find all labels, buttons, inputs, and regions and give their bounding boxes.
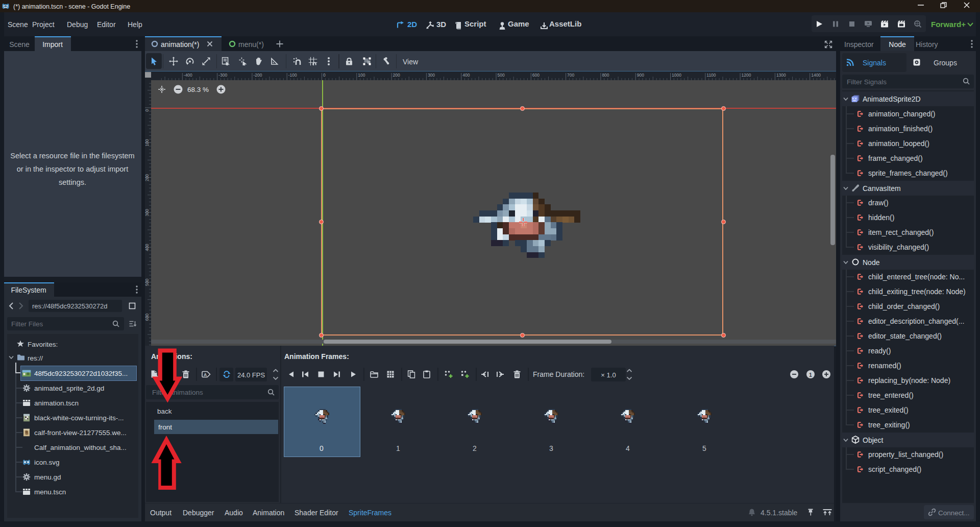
svg-text:400: 400 — [145, 244, 150, 251]
svg-text:300: 300 — [145, 209, 150, 216]
svg-text:A: A — [204, 372, 207, 377]
svg-text:1000: 1000 — [672, 73, 681, 78]
svg-text:500: 500 — [498, 73, 505, 78]
svg-text:200: 200 — [145, 174, 150, 181]
svg-text:1100: 1100 — [706, 73, 716, 78]
svg-text:0: 0 — [145, 109, 150, 112]
svg-text:400: 400 — [462, 73, 470, 78]
svg-text:300: 300 — [428, 73, 435, 78]
svg-text:100: 100 — [358, 73, 365, 78]
svg-text:900: 900 — [637, 73, 644, 78]
svg-text:-300: -300 — [218, 73, 227, 78]
svg-text:1200: 1200 — [742, 73, 751, 78]
svg-text:600: 600 — [532, 73, 540, 78]
svg-text:-200: -200 — [253, 73, 262, 78]
svg-text:600: 600 — [145, 314, 150, 321]
svg-text:1300: 1300 — [776, 73, 786, 78]
svg-text:-400: -400 — [184, 73, 192, 78]
svg-text:-100: -100 — [288, 73, 297, 78]
svg-text:500: 500 — [145, 279, 150, 286]
svg-text:1400: 1400 — [811, 73, 821, 78]
svg-text:100: 100 — [145, 139, 150, 146]
svg-text:200: 200 — [393, 73, 400, 78]
svg-text:700: 700 — [567, 73, 574, 78]
svg-text:0: 0 — [323, 73, 326, 78]
svg-text:800: 800 — [602, 73, 609, 78]
